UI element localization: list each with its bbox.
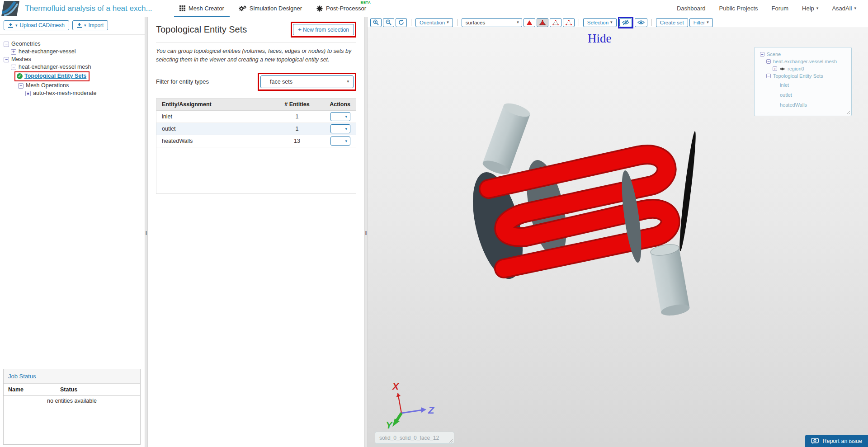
scene-tree-item-mesh[interactable]: − heat-exchanger-vessel mesh bbox=[766, 59, 849, 64]
reset-view-button[interactable] bbox=[396, 18, 407, 27]
collapse-icon[interactable]: − bbox=[18, 83, 24, 89]
expand-icon[interactable]: + bbox=[773, 66, 777, 71]
render-solid-edges-button[interactable] bbox=[537, 18, 548, 27]
hovered-face-name-box[interactable]: solid_0_solid_0_face_12 bbox=[375, 432, 454, 444]
new-from-selection-button[interactable]: + New from selection bbox=[293, 24, 354, 35]
project-title[interactable]: Thermofluid analysis of a heat exch... bbox=[25, 4, 174, 13]
username: AsadAli bbox=[832, 5, 852, 12]
create-set-button[interactable]: Create set bbox=[656, 18, 688, 27]
render-wireframe-button[interactable] bbox=[550, 18, 561, 27]
tree-item-auto-hex-mesh-moderate[interactable]: ▪ auto-hex-mesh-moderate bbox=[25, 89, 145, 97]
collapse-icon[interactable]: − bbox=[4, 42, 9, 47]
upload-cad-mesh-button[interactable]: ▾ Upload CAD/mesh bbox=[4, 20, 69, 30]
tab-simulation-designer[interactable]: Simulation Designer bbox=[233, 0, 307, 17]
render-points-button[interactable] bbox=[563, 18, 575, 27]
expand-icon[interactable]: + bbox=[11, 49, 16, 55]
job-status-header-row: Name Status bbox=[4, 384, 140, 396]
upload-import-toolbar: ▾ Upload CAD/mesh ▾ Import bbox=[0, 17, 145, 35]
row-actions-dropdown[interactable]: ▾ bbox=[330, 124, 350, 133]
panel-resize-handle-left[interactable]: ∥ bbox=[145, 17, 148, 447]
scene-tree-label: Topological Entity Sets bbox=[773, 73, 823, 79]
caret-down-icon: ▾ bbox=[517, 20, 519, 24]
panel-description: You can group topological entities (volu… bbox=[156, 42, 356, 66]
scene-tree-label: heat-exchanger-vessel mesh bbox=[773, 59, 837, 64]
scene-tree-item-outlet[interactable]: outlet bbox=[780, 92, 849, 98]
scene-tree-label: Scene bbox=[767, 52, 781, 57]
table-row-inlet[interactable]: inlet 1 ▾ bbox=[156, 111, 356, 123]
orientation-dropdown[interactable]: Orientation ▾ bbox=[415, 18, 453, 27]
caret-down-icon: ▾ bbox=[15, 24, 18, 28]
collapse-icon[interactable]: − bbox=[766, 74, 771, 78]
caret-down-icon: ▾ bbox=[347, 80, 349, 84]
annotation-blue-box bbox=[618, 17, 633, 28]
table-row-heatedwalls[interactable]: heatedWalls 13 ▾ bbox=[156, 135, 356, 147]
panel-resize-handle-right[interactable]: ∥ bbox=[364, 17, 368, 447]
resize-grip-icon: ∥ bbox=[365, 231, 367, 235]
caret-down-icon: ▾ bbox=[84, 24, 86, 28]
scene-tree-item-scene[interactable]: − Scene bbox=[760, 52, 849, 57]
viewer-canvas[interactable]: X Z Y − Scene − heat-exchanger-vessel me… bbox=[368, 28, 868, 447]
filter-label: Filter for entity types bbox=[156, 78, 209, 85]
resize-grip-icon[interactable] bbox=[846, 111, 850, 115]
tree-item-topological-entity-sets[interactable]: Topological Entity Sets bbox=[24, 73, 86, 80]
entity-type-select[interactable]: face sets ▾ bbox=[260, 75, 354, 88]
table-row-outlet[interactable]: outlet 1 ▾ bbox=[156, 123, 356, 135]
collapse-icon[interactable]: − bbox=[4, 57, 9, 62]
row-actions-dropdown[interactable]: ▾ bbox=[330, 136, 350, 146]
axis-z-label: Z bbox=[428, 405, 435, 416]
tree-item-heat-exchanger-vessel-mesh[interactable]: − heat-exchanger-vessel mesh bbox=[11, 63, 145, 71]
nav-dashboard[interactable]: Dashboard bbox=[677, 5, 706, 12]
axis-y-label: Y bbox=[386, 419, 393, 431]
report-an-issue-button[interactable]: Report an issue bbox=[805, 435, 868, 447]
wireframe-triangle-icon bbox=[552, 20, 559, 25]
render-solid-button[interactable] bbox=[524, 18, 535, 27]
inlet-nozzle[interactable] bbox=[481, 101, 532, 177]
tab-mesh-creator[interactable]: Mesh Creator bbox=[174, 0, 230, 17]
tree-item-meshes[interactable]: − Meshes bbox=[4, 56, 145, 63]
report-an-issue-label: Report an issue bbox=[822, 438, 862, 444]
beta-badge: BETA bbox=[361, 0, 371, 5]
entity-name: outlet bbox=[162, 126, 270, 132]
filter-dropdown[interactable]: Filter ▾ bbox=[689, 18, 713, 27]
render-mode-select[interactable]: surfaces ▾ bbox=[462, 18, 522, 27]
zoom-in-button[interactable] bbox=[370, 18, 382, 27]
tab-post-processor[interactable]: BETA Post-Processor bbox=[311, 0, 372, 17]
scene-tree-item-topological-entity-sets[interactable]: − Topological Entity Sets bbox=[766, 73, 849, 79]
job-status-name-column: Name bbox=[8, 386, 60, 393]
show-selection-button[interactable] bbox=[635, 18, 647, 27]
outlet-nozzle[interactable] bbox=[650, 243, 690, 318]
collapse-icon[interactable]: − bbox=[766, 59, 771, 64]
shell-sliver[interactable] bbox=[677, 131, 698, 252]
annotation-red-box: ✓ Topological Entity Sets bbox=[14, 71, 90, 81]
import-button[interactable]: ▾ Import bbox=[72, 20, 108, 30]
resize-grip-icon: ∥ bbox=[145, 231, 147, 235]
zoom-out-button[interactable] bbox=[383, 18, 394, 27]
app-logo-icon[interactable] bbox=[1, 1, 19, 16]
tree-item-heat-exchanger-vessel[interactable]: + heat-exchanger-vessel bbox=[11, 48, 145, 56]
entity-count: 1 bbox=[270, 126, 324, 132]
selection-dropdown[interactable]: Selection ▾ bbox=[583, 18, 617, 27]
tree-item-geometries[interactable]: − Geometries bbox=[4, 40, 145, 48]
tree-label: Mesh Operations bbox=[26, 82, 69, 89]
selection-label: Selection bbox=[587, 20, 609, 25]
collapse-icon[interactable]: − bbox=[760, 52, 764, 56]
row-actions-dropdown[interactable]: ▾ bbox=[330, 112, 350, 121]
toolbar-separator bbox=[579, 19, 579, 26]
collapse-icon[interactable]: − bbox=[11, 65, 16, 70]
scene-tree-item-inlet[interactable]: inlet bbox=[780, 82, 849, 88]
nav-help-menu[interactable]: Help ▾ bbox=[802, 5, 818, 12]
workbench-tabs: Mesh Creator Simulation Designer BETA Po… bbox=[174, 0, 372, 17]
user-menu[interactable]: AsadAli ▾ bbox=[832, 5, 856, 12]
feedback-camera-icon bbox=[811, 438, 819, 444]
scene-tree-item-region0[interactable]: + region0 bbox=[773, 66, 849, 71]
tree-item-mesh-operations[interactable]: − Mesh Operations bbox=[18, 82, 145, 89]
scene-tree-overlay[interactable]: − Scene − heat-exchanger-vessel mesh + r… bbox=[754, 47, 852, 116]
resize-grip-icon[interactable] bbox=[449, 439, 453, 443]
scene-tree-item-heatedwalls[interactable]: heatedWalls bbox=[780, 102, 849, 108]
toolbar-separator bbox=[411, 19, 411, 26]
check-circle-icon: ✓ bbox=[17, 73, 23, 79]
nav-forum[interactable]: Forum bbox=[772, 5, 789, 12]
gear-icon bbox=[316, 5, 323, 12]
nav-public-projects[interactable]: Public Projects bbox=[719, 5, 758, 12]
hide-selection-button[interactable] bbox=[619, 18, 632, 27]
